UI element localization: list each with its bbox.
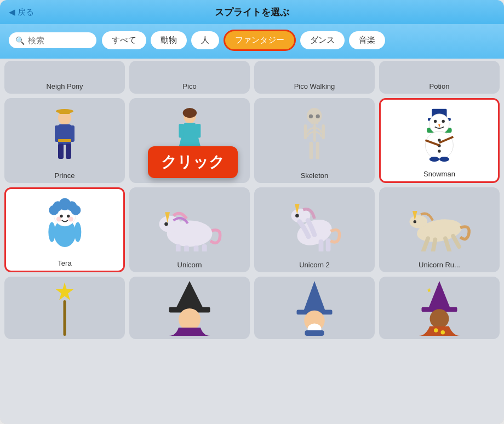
svg-rect-12 [179,124,184,137]
filter-btn-music[interactable]: 音楽 [349,31,385,49]
sprite-img-wizard [259,281,370,336]
filter-buttons: すべて 動物 人 ファンタジー ダンス 音楽 [102,30,385,51]
sprite-cell-prince[interactable]: Prince [4,98,125,183]
sprite-grid: Prince Prince [4,98,500,339]
sprite-cell-wizard[interactable] [254,277,375,339]
svg-rect-24 [316,142,319,159]
svg-point-75 [179,308,201,330]
filter-bar: 🔍 すべて 動物 人 ファンタジー ダンス 音楽 [0,24,504,59]
svg-rect-5 [66,144,71,159]
sprite-cell-neigh-pony[interactable]: Neigh Pony [4,61,125,94]
back-button[interactable]: ◀ 戻る [9,7,34,18]
svg-point-15 [309,114,313,118]
search-icon: 🔍 [15,36,25,45]
svg-point-56 [164,222,168,226]
sprite-name-snowman: Snowman [423,170,455,178]
svg-rect-57 [176,244,181,251]
filter-btn-all[interactable]: すべて [102,31,146,49]
svg-point-35 [438,150,440,152]
filter-btn-animals[interactable]: 動物 [151,31,187,49]
sprite-cell-potion[interactable]: Potion [379,61,500,94]
sprite-name-tera: Tera [58,259,71,267]
title-bar: ◀ 戻る スプライトを選ぶ [0,0,504,24]
sprite-cell-witch[interactable] [129,277,250,339]
svg-rect-18 [314,122,316,124]
sprite-img-wand [9,281,121,336]
svg-point-52 [74,222,81,242]
sprite-grid-container[interactable]: クリック Neigh Pony Pico Pico Walking Potion [0,59,504,424]
svg-point-51 [48,222,55,242]
sprite-name-unicorn-run: Unicorn Ru... [419,261,460,269]
filter-btn-dance[interactable]: ダンス [300,31,345,49]
search-input[interactable] [28,36,88,45]
svg-rect-4 [58,144,64,159]
sprite-img-snowman [385,104,494,167]
svg-point-30 [434,120,437,123]
svg-rect-22 [322,124,325,139]
svg-point-70 [414,220,416,223]
svg-point-85 [434,328,438,333]
svg-rect-58 [184,245,189,251]
svg-rect-17 [312,122,314,124]
svg-point-64 [295,214,299,217]
svg-rect-23 [310,142,313,159]
sprite-img-tera [10,193,119,256]
sprite-img-prince [9,102,121,168]
svg-point-10 [182,108,196,118]
filter-btn-people[interactable]: 人 [191,31,219,49]
sprite-cell-pico-walking[interactable]: Pico Walking [254,61,375,94]
page-title: スプライトを選ぶ [215,6,289,19]
svg-point-39 [439,157,449,162]
sprite-name-pico: Pico [182,82,196,90]
svg-rect-13 [196,124,201,137]
svg-rect-66 [326,238,331,251]
svg-point-68 [409,215,427,228]
svg-rect-59 [194,245,199,251]
svg-rect-72 [64,300,66,336]
svg-point-46 [67,201,77,211]
sprite-name-unicorn2: Unicorn 2 [299,261,330,269]
search-box[interactable]: 🔍 [9,32,96,48]
sprite-cell-unicorn[interactable]: Unicorn [129,187,250,272]
sprite-cell-princess[interactable]: Princess [129,98,250,183]
svg-point-86 [441,330,445,335]
svg-point-38 [429,157,439,162]
sprite-img-unicorn [134,192,245,257]
svg-rect-20 [313,124,316,142]
svg-marker-83 [427,288,432,293]
sprite-cell-snowman[interactable]: Snowman [379,98,500,183]
sprite-cell-unicorn2[interactable]: Unicorn 2 [254,187,375,272]
sprite-name-neigh-pony: Neigh Pony [46,82,83,90]
sprite-cell-pico[interactable]: Pico [129,61,250,94]
svg-marker-71 [56,283,74,301]
svg-rect-8 [58,139,71,142]
sprite-name-pico-walking: Pico Walking [294,82,335,90]
svg-rect-11 [184,123,196,133]
sprite-cell-wand[interactable] [4,277,125,339]
sprite-name-prince: Prince [55,171,75,180]
sprite-name-princess: Princess [176,171,203,180]
svg-rect-21 [304,124,307,139]
sprite-cell-unicorn-run[interactable]: Unicorn Ru... [379,187,500,272]
svg-point-45 [53,201,62,211]
sprite-cell-tera[interactable]: Tera [4,187,125,272]
svg-marker-81 [428,281,450,308]
svg-point-29 [429,114,449,134]
svg-point-31 [442,120,445,123]
sprite-img-wizard-girl [383,281,495,336]
sprite-cell-skeleton[interactable]: Skeleton [254,98,375,183]
sprite-img-witch [134,281,245,336]
sprite-img-princess [134,102,245,168]
svg-rect-80 [305,330,324,336]
filter-btn-fantasy[interactable]: ファンタジー [224,30,296,51]
sprite-cell-wizard-girl[interactable] [379,277,500,339]
back-label: 戻る [18,7,34,18]
sprite-name-potion: Potion [429,82,450,90]
svg-rect-65 [319,239,324,251]
back-arrow-icon: ◀ [9,7,15,17]
svg-rect-19 [317,122,319,124]
sprite-img-unicorn-run [383,192,495,257]
sprite-name-unicorn: Unicorn [177,261,202,269]
sprite-name-skeleton: Skeleton [301,171,329,180]
svg-rect-60 [202,244,207,251]
